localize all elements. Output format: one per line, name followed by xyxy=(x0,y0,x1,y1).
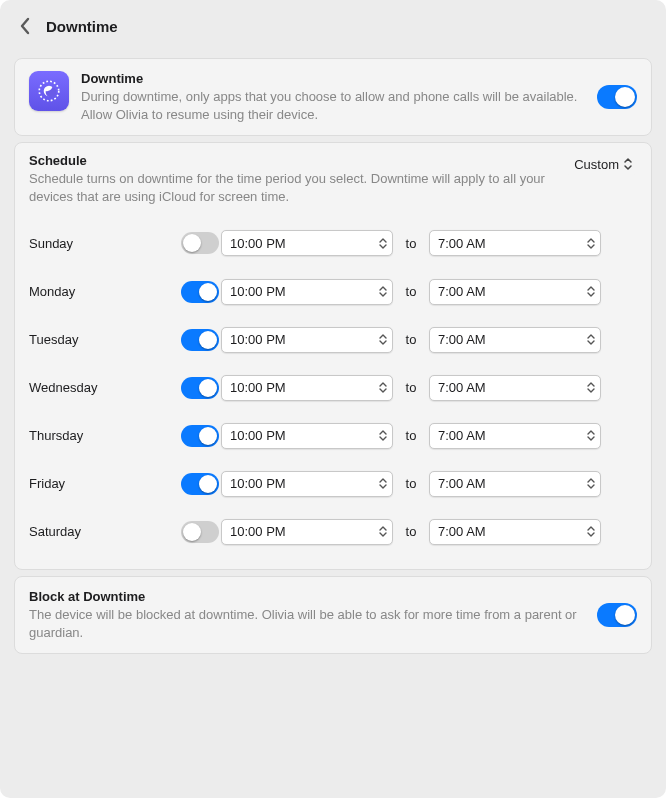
from-time-field[interactable]: 10:00 PM xyxy=(221,279,393,305)
schedule-day-list: Sunday10:00 PMto7:00 AMMonday10:00 PMto7… xyxy=(29,219,637,555)
schedule-day-row: Sunday10:00 PMto7:00 AM xyxy=(29,219,637,267)
to-time-value: 7:00 AM xyxy=(438,332,584,347)
to-time-field[interactable]: 7:00 AM xyxy=(429,230,601,256)
schedule-mode-dropdown[interactable]: Custom xyxy=(566,153,637,175)
stepper-down-icon[interactable] xyxy=(378,292,388,298)
block-title: Block at Downtime xyxy=(29,589,585,604)
stepper-up-icon[interactable] xyxy=(378,429,388,435)
stepper-up-icon[interactable] xyxy=(378,381,388,387)
stepper-down-icon[interactable] xyxy=(586,532,596,538)
from-time-value: 10:00 PM xyxy=(230,380,376,395)
from-time-field[interactable]: 10:00 PM xyxy=(221,423,393,449)
to-time-value: 7:00 AM xyxy=(438,476,584,491)
stepper-up-icon[interactable] xyxy=(378,525,388,531)
schedule-day-row: Wednesday10:00 PMto7:00 AM xyxy=(29,363,637,411)
schedule-day-row: Monday10:00 PMto7:00 AM xyxy=(29,267,637,315)
stepper-up-icon[interactable] xyxy=(378,237,388,243)
from-time-value: 10:00 PM xyxy=(230,332,376,347)
from-time-value: 10:00 PM xyxy=(230,524,376,539)
from-time-field[interactable]: 10:00 PM xyxy=(221,327,393,353)
stepper-down-icon[interactable] xyxy=(378,436,388,442)
to-time-value: 7:00 AM xyxy=(438,428,584,443)
schedule-title: Schedule xyxy=(29,153,546,168)
day-enable-toggle[interactable] xyxy=(181,281,219,303)
day-name: Saturday xyxy=(29,524,169,539)
to-time-field[interactable]: 7:00 AM xyxy=(429,279,601,305)
stepper-up-icon[interactable] xyxy=(586,429,596,435)
stepper-up-icon[interactable] xyxy=(586,381,596,387)
stepper-up-icon[interactable] xyxy=(586,525,596,531)
chevron-left-icon xyxy=(19,17,31,35)
to-label: to xyxy=(393,524,429,539)
from-time-field[interactable]: 10:00 PM xyxy=(221,375,393,401)
to-label: to xyxy=(393,284,429,299)
from-time-value: 10:00 PM xyxy=(230,236,376,251)
day-enable-toggle[interactable] xyxy=(181,425,219,447)
schedule-day-row: Friday10:00 PMto7:00 AM xyxy=(29,459,637,507)
day-enable-toggle[interactable] xyxy=(181,521,219,543)
to-time-value: 7:00 AM xyxy=(438,236,584,251)
day-name: Tuesday xyxy=(29,332,169,347)
stepper-down-icon[interactable] xyxy=(586,484,596,490)
downtime-master-toggle[interactable] xyxy=(597,85,637,109)
to-time-value: 7:00 AM xyxy=(438,524,584,539)
day-enable-toggle[interactable] xyxy=(181,329,219,351)
to-time-field[interactable]: 7:00 AM xyxy=(429,327,601,353)
downtime-settings-window: Downtime Downtime During downtime, only … xyxy=(0,0,666,798)
from-time-value: 10:00 PM xyxy=(230,428,376,443)
stepper-down-icon[interactable] xyxy=(378,484,388,490)
to-time-field[interactable]: 7:00 AM xyxy=(429,519,601,545)
header-bar: Downtime xyxy=(0,0,666,52)
stepper-down-icon[interactable] xyxy=(586,436,596,442)
block-at-downtime-card: Block at Downtime The device will be blo… xyxy=(14,576,652,654)
stepper-up-icon[interactable] xyxy=(378,333,388,339)
from-time-value: 10:00 PM xyxy=(230,476,376,491)
block-at-downtime-toggle[interactable] xyxy=(597,603,637,627)
day-name: Sunday xyxy=(29,236,169,251)
from-time-value: 10:00 PM xyxy=(230,284,376,299)
stepper-down-icon[interactable] xyxy=(378,340,388,346)
to-time-value: 7:00 AM xyxy=(438,380,584,395)
stepper-up-icon[interactable] xyxy=(378,477,388,483)
to-label: to xyxy=(393,236,429,251)
page-title: Downtime xyxy=(46,18,118,35)
to-label: to xyxy=(393,476,429,491)
downtime-app-icon xyxy=(29,71,69,111)
stepper-down-icon[interactable] xyxy=(378,388,388,394)
day-enable-toggle[interactable] xyxy=(181,377,219,399)
back-button[interactable] xyxy=(14,15,36,37)
schedule-mode-value: Custom xyxy=(574,157,619,172)
stepper-down-icon[interactable] xyxy=(378,244,388,250)
day-enable-toggle[interactable] xyxy=(181,232,219,254)
stepper-up-icon[interactable] xyxy=(586,285,596,291)
to-label: to xyxy=(393,428,429,443)
to-time-value: 7:00 AM xyxy=(438,284,584,299)
day-name: Friday xyxy=(29,476,169,491)
to-time-field[interactable]: 7:00 AM xyxy=(429,423,601,449)
from-time-field[interactable]: 10:00 PM xyxy=(221,230,393,256)
downtime-title: Downtime xyxy=(81,71,585,86)
to-time-field[interactable]: 7:00 AM xyxy=(429,471,601,497)
downtime-description: During downtime, only apps that you choo… xyxy=(81,88,585,123)
to-time-field[interactable]: 7:00 AM xyxy=(429,375,601,401)
from-time-field[interactable]: 10:00 PM xyxy=(221,519,393,545)
schedule-description: Schedule turns on downtime for the time … xyxy=(29,170,546,205)
from-time-field[interactable]: 10:00 PM xyxy=(221,471,393,497)
schedule-day-row: Tuesday10:00 PMto7:00 AM xyxy=(29,315,637,363)
stepper-up-icon[interactable] xyxy=(586,477,596,483)
day-name: Wednesday xyxy=(29,380,169,395)
stepper-down-icon[interactable] xyxy=(586,388,596,394)
stepper-down-icon[interactable] xyxy=(378,532,388,538)
stepper-up-icon[interactable] xyxy=(586,333,596,339)
to-label: to xyxy=(393,380,429,395)
stepper-up-icon[interactable] xyxy=(586,237,596,243)
stepper-up-icon[interactable] xyxy=(378,285,388,291)
stepper-down-icon[interactable] xyxy=(586,340,596,346)
day-name: Monday xyxy=(29,284,169,299)
stepper-down-icon[interactable] xyxy=(586,244,596,250)
updown-caret-icon xyxy=(623,157,633,171)
stepper-down-icon[interactable] xyxy=(586,292,596,298)
moon-clock-icon xyxy=(36,78,62,104)
day-enable-toggle[interactable] xyxy=(181,473,219,495)
day-name: Thursday xyxy=(29,428,169,443)
